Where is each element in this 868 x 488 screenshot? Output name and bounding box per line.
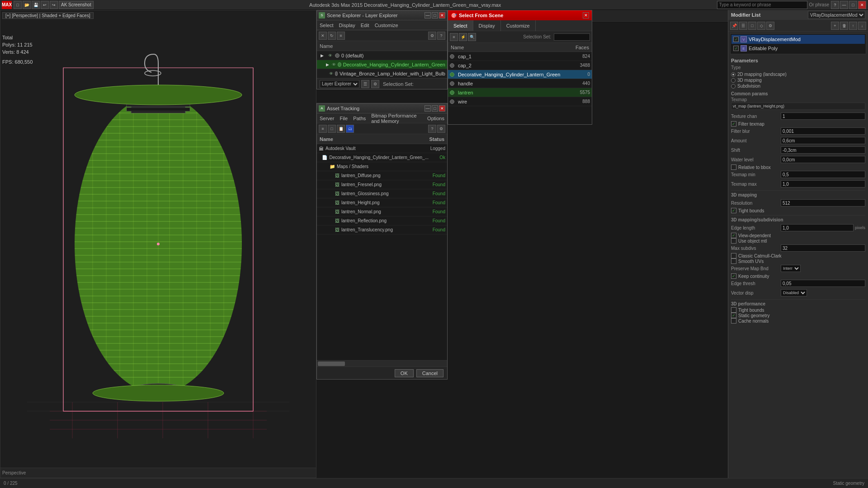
at-row-maps-folder[interactable]: 📁 Maps / Shaders — [317, 162, 447, 171]
sfs-close[interactable]: ✕ — [583, 12, 589, 19]
se-toolbar-filter[interactable]: ≡ — [337, 32, 345, 40]
at-row-normal[interactable]: 🖼 lantren_Normal.png Found — [317, 207, 447, 216]
edge-thresh-value[interactable]: 0,05 — [781, 280, 865, 287]
at-tb-options[interactable]: ⚙ — [437, 125, 445, 133]
se-menu-edit[interactable]: Edit — [361, 23, 369, 28]
at-horizontal-scrollbar[interactable] — [317, 360, 447, 366]
mod-tb-create[interactable]: + — [831, 22, 839, 30]
tight-bounds2-row[interactable]: Tight bounds — [731, 307, 865, 313]
undo-button[interactable]: ↩ — [41, 1, 49, 9]
at-row-fresnel[interactable]: 🖼 lantren_Fresnel.png Found — [317, 180, 447, 189]
tight-bounds2-check[interactable] — [731, 307, 736, 313]
edge-length-value[interactable]: 1,0 — [781, 224, 854, 231]
sfs-tab-customize[interactable]: Customize — [501, 20, 536, 31]
se-toolbar-close[interactable]: ✕ — [319, 32, 327, 40]
at-row-decorative-file[interactable]: 📄 Decorative_Hanging_Cylinder_Lantern_Gr… — [317, 153, 447, 162]
se-menu-customize[interactable]: Customize — [375, 23, 398, 28]
filter-blur-value[interactable]: 0,001 — [781, 127, 865, 135]
modifier-dropdown[interactable]: VRayDisplacementMod — [808, 11, 865, 19]
sfs-tb-3[interactable]: 🔍 — [468, 33, 476, 41]
se-object-lantern-green[interactable]: ▶ 👁 Decorative_Hanging_Cylinder_Lantern_… — [317, 60, 447, 69]
sfs-row-decorative[interactable]: Decorative_Hanging_Cylinder_Lantern_Gree… — [448, 70, 592, 79]
type-subdivision[interactable]: Subdivision — [731, 84, 865, 89]
se-menu-display[interactable]: Display — [339, 23, 355, 28]
use-obj-mtl-row[interactable]: Use object mtl — [731, 238, 865, 244]
resolution-value[interactable]: 512 — [781, 199, 865, 206]
at-row-glossiness[interactable]: 🖼 lantren_Glossiness.png Found — [317, 189, 447, 198]
vray-check[interactable]: ✓ — [733, 37, 739, 42]
at-menu-server[interactable]: Server — [320, 116, 334, 121]
radio-3d[interactable] — [731, 78, 736, 83]
texture-chan-value[interactable]: 1 — [781, 113, 865, 120]
at-row-reflection[interactable]: 🖼 lantren_Reflection.png Found — [317, 216, 447, 225]
redo-button[interactable]: ↪ — [50, 1, 58, 9]
at-tb-help[interactable]: ? — [428, 125, 436, 133]
at-maximize[interactable]: □ — [432, 105, 438, 112]
layer-explorer-select[interactable]: Layer Explorer — [320, 80, 359, 88]
view-dependent-row[interactable]: ✓ View-dependent — [731, 233, 865, 238]
ak-screenshot-button[interactable]: AK Screenshot — [59, 1, 94, 9]
sfs-row-wire[interactable]: wire 888 — [448, 97, 592, 106]
max-subdivs-value[interactable]: 32 — [781, 244, 865, 252]
se-footer-icon2[interactable]: ⚙ — [371, 80, 379, 88]
tight-bounds-row[interactable]: ✓ Tight bounds — [731, 208, 865, 213]
at-menu-file[interactable]: File — [340, 116, 348, 121]
at-tb-1[interactable]: ≡ — [319, 125, 327, 133]
at-ok-button[interactable]: OK — [395, 369, 414, 377]
filter-texmap-check[interactable]: ✓ — [731, 121, 736, 127]
type-3d-mapping[interactable]: 3D mapping — [731, 78, 865, 83]
mod-tb-stack[interactable]: ☰ — [739, 22, 747, 30]
shift-value[interactable]: -0,3cm — [781, 146, 865, 154]
filter-texmap-row[interactable]: ✓ Filter texmap — [731, 121, 865, 127]
sfs-row-cap2[interactable]: cap_2 3488 — [448, 61, 592, 70]
sfs-selection-set-input[interactable] — [554, 33, 590, 41]
se-menu-select[interactable]: Select — [320, 23, 334, 28]
smooth-uvs-check[interactable] — [731, 258, 736, 264]
at-scrollbar-thumb[interactable] — [318, 361, 345, 366]
sfs-row-handle[interactable]: handle 440 — [448, 79, 592, 88]
texmap-min-value[interactable]: 0,5 — [781, 171, 865, 178]
mod-tb-pin[interactable]: 📌 — [730, 22, 738, 30]
at-menu-paths[interactable]: Paths — [353, 116, 366, 121]
scene-explorer-close[interactable]: ✕ — [439, 12, 445, 19]
amount-value[interactable]: 0,6cm — [781, 137, 865, 144]
obj-mtl-check[interactable] — [731, 238, 736, 244]
se-footer-icon1[interactable]: ☰ — [361, 80, 369, 88]
se-toolbar-refresh[interactable]: ↻ — [328, 32, 336, 40]
at-menu-bitmap[interactable]: Bitmap Performance and Memory — [371, 113, 422, 124]
mod-tb-down[interactable]: ↓ — [858, 22, 866, 30]
sfs-row-lantren[interactable]: lantren 5575 — [448, 88, 592, 97]
maximize-button[interactable]: □ — [849, 1, 857, 9]
smooth-uvs-row[interactable]: Smooth UVs — [731, 258, 865, 264]
mod-tb-up[interactable]: ↑ — [849, 22, 857, 30]
classic-catmull-row[interactable]: Classic Catmull-Clark — [731, 253, 865, 258]
at-menu-options[interactable]: Options — [427, 116, 444, 121]
poly-check[interactable]: ✓ — [733, 46, 739, 51]
sfs-tb-2[interactable]: ⚡ — [459, 33, 467, 41]
minimize-button[interactable]: — — [840, 1, 848, 9]
at-row-vault[interactable]: 🏛 Autodesk Vault Logged — [317, 144, 447, 153]
at-tb-2[interactable]: □ — [328, 125, 336, 133]
scene-explorer-maximize[interactable]: □ — [432, 12, 438, 19]
tight-bounds-check[interactable]: ✓ — [731, 208, 736, 213]
at-close[interactable]: ✕ — [439, 105, 445, 112]
relative-bbox-check[interactable] — [731, 164, 736, 170]
se-object-vintage-lamp[interactable]: 👁 Vintage_Bronze_Lamp_Holder_with_Light_… — [317, 69, 447, 78]
sfs-tb-1[interactable]: ≡ — [450, 33, 458, 41]
modifier-editable-poly[interactable]: ✓ E Editable Poly — [731, 44, 865, 53]
se-layer-default[interactable]: ▶ 👁 0 (default) — [317, 51, 447, 60]
at-row-diffuse[interactable]: 🖼 lantren_Diffuse.png Found — [317, 171, 447, 180]
help-icon[interactable]: ? — [831, 1, 839, 9]
catmull-check[interactable] — [731, 253, 736, 258]
relative-to-bbox-row[interactable]: Relative to bbox — [731, 164, 865, 170]
texmap-value[interactable]: vt_map (lantren_Height.png) — [731, 103, 865, 110]
water-level-value[interactable]: 0,0cm — [781, 156, 865, 163]
sfs-row-cap1[interactable]: cap_1 824 — [448, 52, 592, 61]
save-button[interactable]: 💾 — [32, 1, 40, 9]
mod-tb-config[interactable]: ⚙ — [766, 22, 774, 30]
at-row-translucency[interactable]: 🖼 lantren_Translucency.png Found — [317, 225, 447, 235]
sfs-tab-select[interactable]: Select — [448, 20, 473, 31]
cache-normals-row[interactable]: Cache normals — [731, 318, 865, 324]
keep-cont-check[interactable]: ✓ — [731, 273, 736, 279]
view-dep-check[interactable]: ✓ — [731, 233, 736, 238]
